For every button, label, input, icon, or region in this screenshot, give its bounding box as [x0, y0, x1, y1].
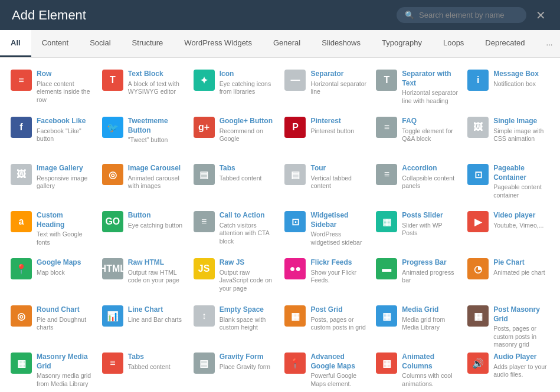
element-card[interactable]: ≡FAQToggle element for Q&A block [371, 111, 463, 158]
element-card[interactable]: 📍Advanced Google MapsPowerful Google Map… [280, 347, 371, 392]
element-desc: Adds player to your audio files. [493, 363, 549, 379]
element-info: Empty SpaceBlank space with custom heigh… [220, 305, 276, 332]
element-card[interactable]: ▦Animated ColumnsColumns with cool anima… [371, 347, 463, 392]
element-card[interactable]: fFacebook LikeFacebook "Like" button [6, 111, 97, 158]
tab-slideshows[interactable]: Slideshows [311, 30, 371, 57]
element-card[interactable]: aCustom HeadingText with Google fonts [6, 205, 97, 252]
header-right: 🔍 ✕ [397, 7, 548, 23]
element-card[interactable]: ▶Video playerYoutube, Vimeo,... [463, 205, 554, 252]
element-card[interactable]: HTMLRaw HTMLOutput raw HTML code on your… [97, 252, 189, 299]
element-card-inner: ▤Gravity FormPlace Gravity form [194, 353, 270, 374]
element-name: Accordion [402, 164, 458, 173]
element-card[interactable]: ⊡Widgetised SidebarWordPress widgetised … [280, 205, 371, 252]
element-card-inner: ▦Post Masonry GridPosts, pages or custom… [467, 305, 549, 349]
element-card[interactable]: ▤TabsTabbed content [189, 158, 280, 205]
element-card[interactable]: ≡AccordionCollapsible content panels [371, 158, 463, 205]
tab-typography[interactable]: Typography [371, 30, 433, 57]
element-card[interactable]: ⊡Pageable ContainerPageable content cont… [463, 158, 554, 205]
element-card[interactable]: ≡RowPlace content elements inside the ro… [6, 64, 97, 111]
element-card-inner: 🔊Audio PlayerAdds player to your audio f… [467, 353, 549, 379]
tab-more[interactable]: ... [536, 30, 560, 57]
tab-wp-widgets[interactable]: WordPress Widgets [173, 30, 263, 57]
element-info: PinterestPinterest button [310, 117, 354, 135]
element-card[interactable]: ◎Round ChartPie and Doughnut charts [6, 299, 97, 347]
tab-all[interactable]: All [0, 30, 31, 57]
search-icon: 🔍 [405, 11, 414, 19]
element-name: Icon [220, 70, 276, 79]
element-desc: Columns with cool animations. [402, 372, 458, 388]
element-name: Raw JS [220, 258, 276, 268]
element-icon: ▦ [376, 353, 397, 374]
element-card-inner: ✦IconEye catching icons from libraries [194, 70, 276, 96]
element-card-inner: 🖼Single ImageSimple image with CSS anima… [467, 117, 549, 143]
element-card[interactable]: ✦IconEye catching icons from libraries [189, 64, 280, 111]
element-card[interactable]: iMessage BoxNotification box [463, 64, 554, 111]
tab-social[interactable]: Social [79, 30, 121, 57]
tab-loops[interactable]: Loops [433, 30, 474, 57]
element-desc: Map block [37, 269, 81, 277]
tab-content[interactable]: Content [31, 30, 80, 57]
element-icon: JS [194, 258, 215, 279]
element-card[interactable]: ◔Pie ChartAnimated pie chart [463, 252, 554, 299]
element-desc: Animated pie chart [493, 269, 545, 277]
element-card[interactable]: 📍Google MapsMap block [6, 252, 97, 299]
element-info: Message BoxNotification box [493, 70, 539, 88]
tab-deprecated[interactable]: Deprecated [474, 30, 535, 57]
element-desc: Blank space with custom height [220, 316, 276, 332]
close-button[interactable]: ✕ [533, 8, 548, 22]
element-card[interactable]: JSRaw JSOutput raw JavaScript code on yo… [189, 252, 280, 299]
element-info: Single ImageSimple image with CSS animat… [493, 117, 549, 143]
element-info: FAQToggle element for Q&A block [402, 117, 458, 143]
search-input[interactable] [419, 11, 518, 19]
element-name: Single Image [493, 117, 549, 126]
element-card[interactable]: ●●Flickr FeedsShow your Flickr Feeds. [280, 252, 371, 299]
element-card-inner: ≡RowPlace content elements inside the ro… [11, 70, 93, 104]
element-desc: Output raw JavaScript code on your page [220, 269, 276, 293]
element-icon: ▤ [194, 164, 215, 185]
element-card[interactable]: 🔊Audio PlayerAdds player to your audio f… [463, 347, 554, 392]
element-card[interactable]: 📊Line ChartLine and Bar charts [97, 299, 189, 347]
element-card[interactable]: 🖼Single ImageSimple image with CSS anima… [463, 111, 554, 158]
element-card[interactable]: 🐦Tweetmeme Button"Tweet" button [97, 111, 189, 158]
element-icon: g+ [194, 117, 215, 138]
element-card[interactable]: ◎Image CarouselAnimated carousel with im… [97, 158, 189, 205]
element-card[interactable]: 🖼Image GalleryResponsive image gallery [6, 158, 97, 205]
element-card-inner: aCustom HeadingText with Google fonts [11, 211, 93, 246]
element-card[interactable]: ▦Masonry Media GridMasonry media grid fr… [6, 347, 97, 392]
element-card[interactable]: ≡Call to ActionCatch visitors attention … [189, 205, 280, 252]
element-card[interactable]: ▬Progress BarAnimated progress bar [371, 252, 463, 299]
element-card[interactable]: ▤TourVertical tabbed content [280, 158, 371, 205]
element-name: Separator [310, 70, 366, 79]
element-card[interactable]: TSeparator with TextHorizontal separator… [371, 64, 463, 111]
element-card[interactable]: ▦Posts SliderSlider with WP Posts [371, 205, 463, 252]
element-info: Image CarouselAnimated carousel with ima… [128, 164, 184, 190]
element-info: Text BlockA block of text with WYSIWYG e… [128, 70, 184, 96]
element-desc: Horizontal separator line with heading [402, 89, 458, 105]
element-icon: ≡ [194, 211, 215, 232]
element-desc: Notification box [493, 80, 539, 88]
element-card-inner: ≡Call to ActionCatch visitors attention … [194, 211, 276, 246]
element-info: Facebook LikeFacebook "Like" button [37, 117, 93, 143]
element-name: Separator with Text [402, 70, 458, 88]
element-card[interactable]: PPinterestPinterest button [280, 111, 371, 158]
add-element-modal: Add Element 🔍 ✕ AllContentSocialStructur… [0, 0, 560, 392]
element-card[interactable]: g+Google+ ButtonRecommend on Google [189, 111, 280, 158]
tab-structure[interactable]: Structure [122, 30, 174, 57]
element-card[interactable]: ▦Post GridPosts, pages or custom posts i… [280, 299, 371, 347]
element-card[interactable]: ▦Media GridMedia grid from Media Library [371, 299, 463, 347]
tab-general[interactable]: General [263, 30, 311, 57]
element-card[interactable]: —SeparatorHorizontal separator line [280, 64, 371, 111]
element-info: Audio PlayerAdds player to your audio fi… [493, 353, 549, 379]
element-card[interactable]: TText BlockA block of text with WYSIWYG … [97, 64, 189, 111]
element-card-inner: ▦Post GridPosts, pages or custom posts i… [284, 305, 366, 332]
element-icon: P [284, 117, 306, 138]
element-card[interactable]: ≡TabsTabbed content [97, 347, 189, 392]
element-card[interactable]: ↕Empty SpaceBlank space with custom heig… [189, 299, 280, 347]
element-name: Posts Slider [402, 211, 458, 220]
element-desc: Pinterest button [310, 127, 354, 136]
element-card[interactable]: ▤Gravity FormPlace Gravity form [189, 347, 280, 392]
element-card[interactable]: ▦Post Masonry GridPosts, pages or custom… [463, 299, 554, 347]
element-card[interactable]: GOButtonEye catching button [97, 205, 189, 252]
element-desc: Line and Bar charts [128, 316, 182, 324]
element-card-inner: JSRaw JSOutput raw JavaScript code on yo… [194, 258, 276, 293]
